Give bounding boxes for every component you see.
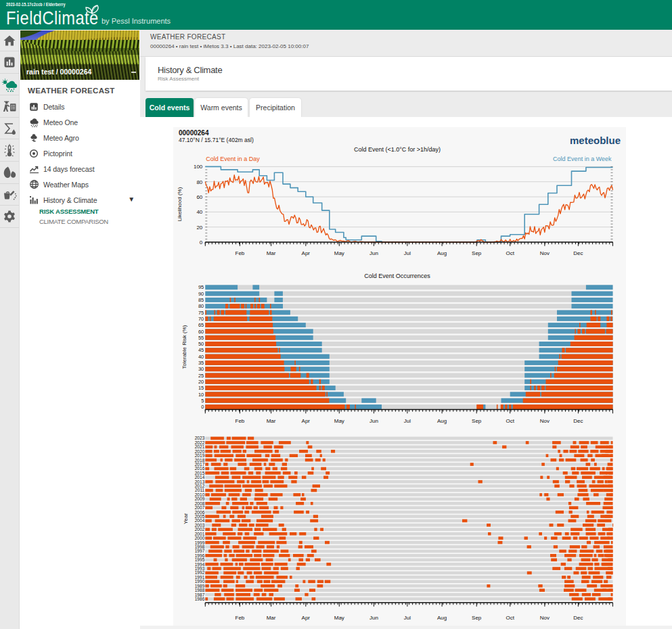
- svg-text:15: 15: [198, 385, 204, 391]
- svg-text:Dec: Dec: [573, 250, 583, 256]
- svg-text:85: 85: [198, 297, 204, 303]
- svg-text:60: 60: [196, 194, 202, 200]
- svg-text:10: 10: [198, 392, 204, 398]
- svg-text:00000264: 00000264: [179, 129, 209, 137]
- svg-text:0: 0: [201, 404, 204, 410]
- svg-text:Likelihood (%): Likelihood (%): [177, 187, 183, 221]
- svg-text:Oct: Oct: [506, 615, 514, 621]
- svg-text:Nov: Nov: [540, 418, 550, 424]
- svg-text:Sep: Sep: [472, 418, 482, 424]
- svg-text:Oct: Oct: [506, 250, 514, 256]
- svg-text:35: 35: [198, 360, 204, 366]
- svg-text:95: 95: [198, 284, 204, 290]
- svg-text:May: May: [334, 615, 344, 621]
- svg-text:Jul: Jul: [404, 615, 411, 621]
- svg-text:40: 40: [198, 354, 204, 360]
- svg-text:30: 30: [198, 366, 204, 372]
- svg-text:Apr: Apr: [302, 615, 311, 621]
- svg-text:45: 45: [198, 347, 204, 353]
- svg-text:May: May: [334, 250, 344, 256]
- svg-text:Jul: Jul: [404, 418, 411, 424]
- svg-text:47.10°N / 15.71°E (402m asl): 47.10°N / 15.71°E (402m asl): [179, 137, 254, 143]
- svg-text:75: 75: [198, 310, 204, 316]
- svg-text:90: 90: [198, 291, 204, 297]
- svg-text:Mar: Mar: [267, 418, 276, 424]
- svg-text:70: 70: [198, 316, 204, 322]
- svg-text:25: 25: [198, 373, 204, 379]
- svg-text:Jul: Jul: [404, 250, 411, 256]
- svg-text:May: May: [334, 418, 344, 424]
- svg-text:65: 65: [198, 322, 204, 328]
- svg-text:Feb: Feb: [236, 615, 245, 621]
- svg-text:Jun: Jun: [369, 418, 378, 424]
- svg-text:Apr: Apr: [302, 418, 311, 424]
- svg-text:60: 60: [198, 329, 204, 335]
- svg-text:Dec: Dec: [573, 615, 583, 621]
- svg-text:20: 20: [196, 225, 202, 231]
- svg-text:Feb: Feb: [236, 250, 245, 256]
- svg-text:Mar: Mar: [267, 615, 276, 621]
- svg-text:0: 0: [200, 239, 203, 246]
- svg-text:80: 80: [196, 179, 202, 185]
- svg-text:Dec: Dec: [573, 418, 583, 424]
- svg-text:rain test / 00000264: rain test / 00000264: [26, 68, 91, 76]
- svg-text:Year: Year: [183, 513, 189, 525]
- svg-text:Sep: Sep: [472, 250, 482, 256]
- svg-text:Nov: Nov: [540, 615, 550, 621]
- svg-text:Cold Event Occurrences: Cold Event Occurrences: [364, 273, 430, 279]
- svg-text:Aug: Aug: [437, 250, 447, 256]
- svg-text:40: 40: [196, 209, 202, 215]
- svg-text:Aug: Aug: [437, 418, 447, 424]
- svg-text:1986: 1986: [195, 597, 205, 601]
- svg-text:Tolerable Risk (%): Tolerable Risk (%): [181, 325, 187, 369]
- svg-text:Feb: Feb: [236, 418, 245, 424]
- svg-text:meteoblue: meteoblue: [570, 135, 621, 146]
- svg-text:Cold Event in a Day: Cold Event in a Day: [206, 156, 260, 162]
- svg-text:55: 55: [198, 335, 204, 341]
- svg-text:100: 100: [194, 164, 203, 170]
- svg-text:50: 50: [198, 341, 204, 347]
- svg-text:80: 80: [198, 303, 204, 309]
- svg-text:Aug: Aug: [437, 615, 447, 621]
- svg-text:Sep: Sep: [472, 615, 482, 621]
- svg-text:Jun: Jun: [369, 615, 378, 621]
- svg-text:Oct: Oct: [506, 418, 514, 424]
- svg-text:5: 5: [201, 398, 204, 404]
- svg-text:Cold Event (<1.0°C for >1h/day: Cold Event (<1.0°C for >1h/day): [354, 146, 441, 153]
- svg-text:Mar: Mar: [267, 250, 276, 256]
- svg-text:20: 20: [198, 379, 204, 385]
- svg-text:Nov: Nov: [540, 250, 550, 256]
- svg-text:Apr: Apr: [302, 250, 311, 256]
- svg-text:Cold Event in a Week: Cold Event in a Week: [553, 156, 612, 162]
- svg-text:Jun: Jun: [369, 250, 378, 256]
